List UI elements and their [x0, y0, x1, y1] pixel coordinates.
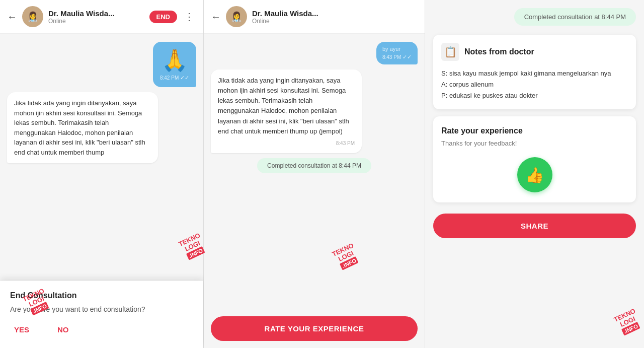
center-msg-left: Jika tidak ada yang ingin ditanyakan, sa… — [211, 69, 362, 153]
chat-bubble-prayer: 🙏 8:42 PM ✓✓ — [153, 42, 196, 87]
notes-card: 📋 Notes from doctor S: sisa kayu masuk j… — [433, 35, 636, 109]
end-consultation-dialog: End Consultation Are you sure you want t… — [0, 281, 203, 348]
center-header: ← 👩‍⚕️ Dr. Maulia Wisda... Online — [204, 0, 425, 34]
center-msg-left-time: 8:43 PM — [218, 140, 355, 148]
center-chat-area: by ayur 8:43 PM ✓✓ Jika tidak ada yang i… — [204, 34, 425, 311]
rate-section-subtitle: Thanks for your feedback! — [441, 140, 628, 147]
left-panel: ← 👩‍⚕️ Dr. Maulia Wisda... Online END ⋮ … — [0, 0, 204, 348]
notes-icon: 📋 — [441, 43, 459, 61]
end-consultation-actions: YES NO — [10, 323, 193, 336]
right-panel: Completed consultation at 8:44 PM 📋 Note… — [425, 0, 644, 348]
notes-title: Notes from doctor — [464, 47, 534, 56]
notes-header: 📋 Notes from doctor — [441, 43, 628, 61]
doctor-name-center: Dr. Maulia Wisda... — [252, 9, 418, 18]
msg-time-prayer: 8:42 PM ✓✓ — [160, 75, 189, 81]
center-msg-right-top: by ayur 8:43 PM ✓✓ — [376, 42, 418, 64]
notes-s: S: sisa kayu masuk jempol kaki gimana me… — [441, 68, 628, 79]
back-button-left[interactable]: ← — [7, 11, 17, 23]
thumbs-up-button[interactable]: 👍 — [517, 157, 552, 192]
center-completed-status: Completed consultation at 8:44 PM — [257, 158, 371, 173]
rate-section-title: Rate your experience — [441, 126, 628, 135]
end-consultation-title: End Consultation — [10, 291, 193, 300]
center-panel: ← 👩‍⚕️ Dr. Maulia Wisda... Online by ayu… — [204, 0, 425, 348]
end-consultation-question: Are you sure you want to end consultatio… — [10, 305, 193, 313]
notes-content: S: sisa kayu masuk jempol kaki gimana me… — [441, 68, 628, 101]
prayer-emoji: 🙏 — [160, 48, 189, 73]
header-info-left: Dr. Maulia Wisda... Online — [48, 9, 144, 25]
header-info-center: Dr. Maulia Wisda... Online — [252, 9, 418, 25]
avatar-left: 👩‍⚕️ — [22, 6, 43, 27]
notes-a: A: corpus alienum — [441, 79, 628, 90]
no-button[interactable]: NO — [53, 323, 73, 336]
read-tick-left: ✓✓ — [180, 75, 189, 81]
chat-bubble-msg-left: Jika tidak ada yang ingin ditanyakan, sa… — [7, 92, 158, 163]
share-button[interactable]: SHARE — [433, 214, 636, 238]
watermark-right: TEKNO LOGI .INFO — [613, 308, 642, 337]
right-completed-status: Completed consultation at 8:44 PM — [514, 8, 636, 26]
back-button-center[interactable]: ← — [211, 11, 221, 23]
online-status-left: Online — [48, 18, 144, 25]
notes-p: P: edukasi ke puskes atau dokter — [441, 90, 628, 101]
left-header: ← 👩‍⚕️ Dr. Maulia Wisda... Online END ⋮ — [0, 0, 203, 34]
doctor-name-left: Dr. Maulia Wisda... — [48, 9, 144, 18]
rate-section: Rate your experience Thanks for your fee… — [433, 116, 636, 202]
avatar-center: 👩‍⚕️ — [226, 6, 247, 27]
online-status-center: Online — [252, 18, 418, 25]
center-msg-right-time-top: 8:43 PM ✓✓ — [382, 54, 412, 60]
rate-experience-button[interactable]: RATE YOUR EXPERIENCE — [211, 316, 418, 341]
more-options-button[interactable]: ⋮ — [182, 9, 196, 25]
end-button[interactable]: END — [149, 11, 177, 23]
yes-button[interactable]: YES — [10, 323, 33, 336]
